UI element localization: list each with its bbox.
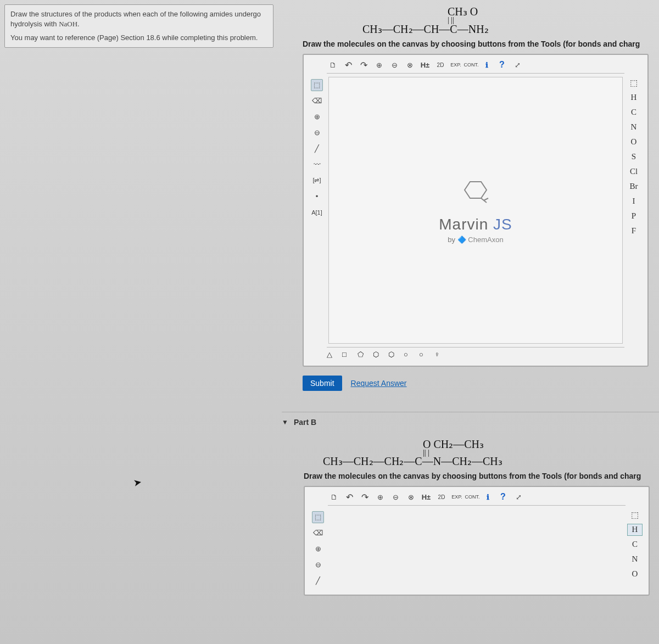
hydrogen-toggle[interactable]: H± <box>419 59 431 71</box>
formula-b-top: O CH₂—CH₃ <box>323 439 659 450</box>
contract-button[interactable]: CONT. <box>465 59 477 71</box>
periodic-table-icon[interactable]: ⬚ <box>626 77 641 89</box>
svg-marker-0 <box>465 182 487 198</box>
hydrogen-toggle[interactable]: H± <box>420 491 432 503</box>
fullscreen-icon[interactable]: ⤢ <box>511 59 523 71</box>
periodic-table-icon[interactable]: ⬚ <box>627 509 643 521</box>
element-cl[interactable]: Cl <box>626 166 641 178</box>
cycloheptane-ring[interactable]: ○ <box>404 350 414 360</box>
benzene-ring[interactable]: ⬡ <box>388 350 398 360</box>
zoom-out-icon[interactable]: ⊖ <box>388 59 400 71</box>
square-ring[interactable]: □ <box>342 350 352 360</box>
eraser-tool[interactable]: ⌫ <box>311 95 323 107</box>
element-o[interactable]: O <box>627 568 643 580</box>
expand-button[interactable]: EXP. <box>451 491 463 503</box>
element-toolbar-b: ⬚ H C N O <box>627 509 643 580</box>
element-o[interactable]: O <box>626 136 641 148</box>
zoom-in-icon[interactable]: ⊕ <box>373 59 385 71</box>
element-h[interactable]: H <box>626 92 641 104</box>
naoh-text: NaOH <box>59 20 77 28</box>
formula-bond-row: | || <box>362 18 659 23</box>
submit-button[interactable]: Submit <box>303 376 342 391</box>
clear-icon[interactable]: ⊗ <box>405 491 417 503</box>
undo-icon[interactable]: ↶ <box>342 59 354 71</box>
marvin-logo-text: Marvin JS <box>439 216 512 233</box>
logo-marvin: Marvin <box>439 216 488 233</box>
charge-plus-tool[interactable]: ⊕ <box>312 543 324 555</box>
formula-bottom-row: CH₃—CH₂—CH—C—NH₂ <box>362 23 659 35</box>
redo-icon[interactable]: ↷ <box>359 491 371 503</box>
triangle-ring[interactable]: △ <box>327 350 337 360</box>
canvas-instruction-a: Draw the molecules on the canvas by choo… <box>303 40 659 48</box>
element-c[interactable]: C <box>626 107 641 119</box>
charge-minus-tool[interactable]: ⊖ <box>311 127 323 139</box>
prompt-line-1: Draw the structures of the products when… <box>10 9 267 29</box>
fullscreen-icon[interactable]: ⤢ <box>512 491 524 503</box>
part-b-title: Part B <box>294 418 316 427</box>
contract-button[interactable]: CONT. <box>466 491 478 503</box>
period: . <box>77 20 80 28</box>
part-b-section: ▼ Part B O CH₂—CH₃ || | CH₃—CH₂—CH₂—C—N—… <box>282 412 659 596</box>
element-p[interactable]: P <box>626 210 641 222</box>
view-2d[interactable]: 2D <box>435 491 448 503</box>
atom-map-tool[interactable]: A[1] <box>311 206 323 219</box>
chemaxon-text: ChemAxon <box>468 236 503 244</box>
top-toolbar-b: 🗋 ↶ ↷ ⊕ ⊖ ⊗ H± 2D EXP. CONT. ℹ ? ⤢ <box>328 491 626 506</box>
prompt-text: Draw the structures of the products when… <box>10 10 261 28</box>
element-h[interactable]: H <box>627 524 643 536</box>
prompt-reference: You may want to reference (Page) Section… <box>10 33 267 43</box>
help-icon[interactable]: ? <box>497 491 509 503</box>
amide-structure-a: CH₃ O | || CH₃—CH₂—CH—C—NH₂ <box>362 5 659 35</box>
hexagon-ring[interactable]: ⬡ <box>373 350 383 360</box>
question-prompt-box: Draw the structures of the products when… <box>4 4 273 48</box>
chemaxon-credit: by 🔷 ChemAxon <box>448 236 503 244</box>
canvas-instruction-b: Draw the molecules on the canvas by choo… <box>304 472 659 480</box>
pentagon-ring[interactable]: ⬠ <box>358 350 367 360</box>
select-tool[interactable]: ⬚ <box>311 79 323 91</box>
undo-icon[interactable]: ↶ <box>343 491 355 503</box>
single-bond-tool[interactable]: ╱ <box>311 143 323 155</box>
answer-column: CH₃ O | || CH₃—CH₂—CH—C—NH₂ Draw the mol… <box>299 0 659 644</box>
ring-toolbar: △ □ ⬠ ⬡ ⬡ ○ ○ ♀ <box>327 347 624 361</box>
element-c[interactable]: C <box>627 539 643 551</box>
request-answer-link[interactable]: Request Answer <box>351 379 407 388</box>
view-2d[interactable]: 2D <box>434 59 446 71</box>
left-toolbar-b: ⬚ ⌫ ⊕ ⊖ ╱ <box>310 511 326 587</box>
lone-pair-tool[interactable]: • <box>311 191 323 203</box>
naphthalene-ring[interactable]: ♀ <box>434 350 444 360</box>
by-text: by <box>448 236 455 244</box>
submit-row: Submit Request Answer <box>303 376 659 391</box>
eraser-tool[interactable]: ⌫ <box>312 527 324 539</box>
zoom-out-icon[interactable]: ⊖ <box>389 491 401 503</box>
charge-minus-tool[interactable]: ⊖ <box>312 559 324 571</box>
element-f[interactable]: F <box>626 225 641 237</box>
drawing-canvas[interactable]: Marvin JS by 🔷 ChemAxon <box>328 77 623 344</box>
charge-plus-tool[interactable]: ⊕ <box>311 111 323 123</box>
top-toolbar: 🗋 ↶ ↷ ⊕ ⊖ ⊗ H± 2D EXP. CONT. ℹ ? ⤢ <box>327 59 624 74</box>
element-n[interactable]: N <box>626 121 641 133</box>
formula-b-bot: CH₃—CH₂—CH₂—C—N—CH₂—CH₃ <box>323 456 659 467</box>
part-b-header[interactable]: ▼ Part B <box>282 418 659 427</box>
reaction-tool[interactable]: [⇌] <box>311 175 323 187</box>
redo-icon[interactable]: ↷ <box>358 59 370 71</box>
new-icon[interactable]: 🗋 <box>327 59 339 71</box>
element-br[interactable]: Br <box>626 181 641 193</box>
element-n[interactable]: N <box>627 553 643 565</box>
new-icon[interactable]: 🗋 <box>328 491 340 503</box>
info-icon[interactable]: ℹ <box>482 491 494 503</box>
clear-icon[interactable]: ⊗ <box>404 59 416 71</box>
left-toolbar: ⬚ ⌫ ⊕ ⊖ ╱ 〰 [⇌] • A[1] <box>309 79 325 219</box>
marvin-logo-icon <box>462 176 489 204</box>
help-icon[interactable]: ? <box>496 59 508 71</box>
cyclooctane-ring[interactable]: ○ <box>419 350 429 360</box>
expand-button[interactable]: EXP. <box>450 59 462 71</box>
element-i[interactable]: I <box>626 195 641 208</box>
info-icon[interactable]: ℹ <box>481 59 493 71</box>
zoom-in-icon[interactable]: ⊕ <box>374 491 386 503</box>
select-tool[interactable]: ⬚ <box>312 511 324 523</box>
element-s[interactable]: S <box>626 151 641 163</box>
chain-bond-tool[interactable]: 〰 <box>311 159 323 171</box>
single-bond-tool[interactable]: ╱ <box>312 575 324 587</box>
mouse-cursor-icon: ➤ <box>132 476 143 489</box>
collapse-chevron-icon[interactable]: ▼ <box>282 418 288 426</box>
